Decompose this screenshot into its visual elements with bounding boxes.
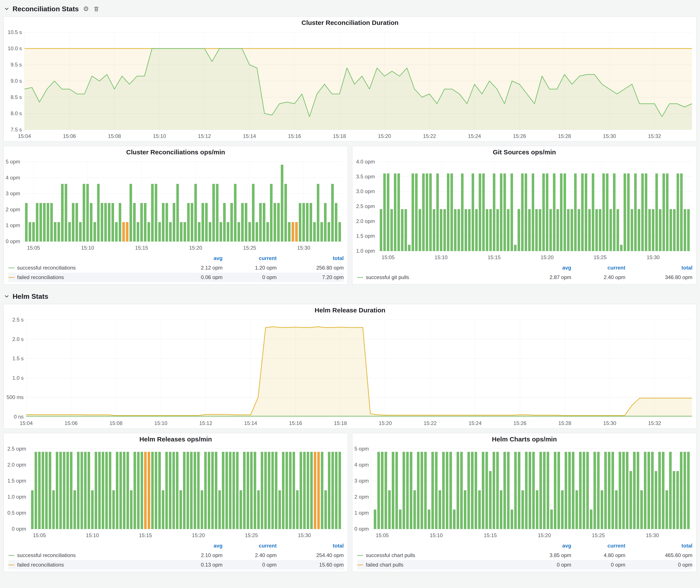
series-current: 0 opm [571, 562, 625, 568]
panel-cluster-reconciliations-opm: Cluster Reconciliations ops/min 0 opm1 o… [3, 146, 348, 284]
svg-text:15:08: 15:08 [108, 133, 121, 139]
legend-header-avg: avg [517, 543, 571, 549]
svg-text:15:24: 15:24 [468, 133, 481, 139]
helm-charts-chart[interactable]: 0 opm1 opm2 opm3 opm4 opm5 opm15:0515:10… [352, 445, 696, 541]
panel-title[interactable]: Helm Releases ops/min [4, 433, 348, 445]
helm-release-duration-chart[interactable]: 0 ns500 ms1.0 s1.5 s2.0 s2.5 s15:0415:06… [4, 316, 696, 428]
svg-text:15:20: 15:20 [192, 532, 205, 538]
series-color-dash [357, 555, 363, 556]
svg-text:15:18: 15:18 [334, 420, 347, 426]
svg-text:15:25: 15:25 [592, 532, 605, 538]
svg-text:15:25: 15:25 [243, 245, 256, 251]
legend-header: avg current total [8, 254, 344, 263]
section-title[interactable]: Reconciliation Stats [13, 5, 79, 13]
legend-row-successful-reconciliations: successful reconciliations 2.10 opm 2.40… [8, 551, 344, 560]
git-sources-chart[interactable]: 1.0 opm1.5 opm2.0 opm2.5 opm3.0 opm3.5 o… [352, 158, 696, 263]
svg-text:3.5 opm: 3.5 opm [356, 174, 375, 179]
series-label[interactable]: failed reconciliations [17, 274, 64, 280]
series-label[interactable]: successful reconciliations [17, 265, 76, 271]
svg-text:15:18: 15:18 [333, 133, 346, 139]
svg-text:15:30: 15:30 [297, 245, 310, 251]
series-avg: 0.13 opm [168, 562, 223, 568]
svg-text:15:20: 15:20 [538, 532, 551, 538]
series-color-dash [8, 565, 15, 565]
svg-text:15:04: 15:04 [20, 420, 33, 426]
panel-title[interactable]: Git Sources ops/min [352, 146, 696, 158]
series-label[interactable]: failed chart pulls [366, 562, 403, 568]
svg-text:15:32: 15:32 [648, 133, 661, 139]
svg-text:15:22: 15:22 [424, 420, 437, 426]
legend-row-failed-reconciliations: failed reconciliations 0.06 opm 0 opm 7.… [8, 273, 344, 282]
svg-text:15:12: 15:12 [198, 133, 211, 139]
series-label[interactable]: successful chart pulls [366, 552, 415, 558]
series-current: 1.20 opm [223, 265, 277, 271]
svg-text:0 opm: 0 opm [12, 526, 26, 532]
svg-text:1.0 s: 1.0 s [12, 375, 24, 381]
series-total: 15.60 opm [277, 562, 344, 568]
series-avg: 0 opm [517, 562, 571, 568]
legend-row-failed-reconciliations: failed reconciliations 0.13 opm 0 opm 15… [8, 560, 344, 570]
legend-header-current: current [571, 543, 625, 549]
panel-title[interactable]: Cluster Reconciliation Duration [4, 17, 696, 29]
series-total: 465.60 opm [625, 552, 692, 558]
svg-text:15:14: 15:14 [244, 420, 257, 426]
series-label[interactable]: successful reconciliations [17, 552, 76, 558]
legend-header-avg: avg [517, 265, 571, 271]
svg-text:15:05: 15:05 [382, 254, 395, 260]
svg-text:15:10: 15:10 [154, 420, 167, 426]
svg-text:2.5 opm: 2.5 opm [7, 446, 26, 452]
svg-text:15:30: 15:30 [298, 532, 311, 538]
series-total: 256.80 opm [277, 265, 344, 271]
svg-text:3.0 opm: 3.0 opm [356, 188, 375, 194]
svg-text:15:10: 15:10 [435, 254, 448, 260]
section-helm-stats[interactable]: Helm Stats [4, 290, 697, 303]
svg-text:7.5 s: 7.5 s [11, 127, 22, 132]
panel-title[interactable]: Helm Release Duration [4, 304, 696, 316]
cluster-reconciliations-chart[interactable]: 0 opm1 opm2 opm3 opm4 opm5 opm15:0515:10… [4, 158, 348, 253]
panel-helm-charts-opm: Helm Charts ops/min 0 opm1 opm2 opm3 opm… [352, 433, 697, 572]
dashboard: Reconciliation Stats ⚙ Cluster Reconcili… [0, 0, 700, 575]
svg-text:0 ns: 0 ns [14, 414, 24, 420]
svg-text:10.0 s: 10.0 s [8, 45, 22, 51]
panel-title[interactable]: Cluster Reconciliations ops/min [4, 146, 348, 158]
svg-text:15:30: 15:30 [647, 254, 660, 260]
series-avg: 2.12 opm [168, 265, 223, 271]
svg-text:1.5 opm: 1.5 opm [356, 233, 375, 239]
svg-text:15:06: 15:06 [65, 420, 77, 426]
svg-text:15:10: 15:10 [81, 245, 94, 251]
legend-row-successful-chart-pulls: successful chart pulls 3.85 opm 4.80 opm… [357, 551, 692, 560]
series-current: 2.40 opm [223, 552, 277, 558]
svg-text:3 opm: 3 opm [354, 478, 369, 484]
section-title[interactable]: Helm Stats [13, 292, 48, 300]
svg-text:15:20: 15:20 [541, 254, 554, 260]
svg-text:15:15: 15:15 [135, 245, 148, 251]
gear-icon[interactable]: ⚙ [83, 6, 89, 12]
svg-text:15:30: 15:30 [603, 133, 616, 139]
series-color-dash [8, 555, 15, 556]
series-label[interactable]: failed reconciliations [17, 562, 64, 568]
svg-text:15:16: 15:16 [289, 420, 302, 426]
cluster-reconciliation-duration-chart[interactable]: 7.5 s8.0 s8.5 s9.0 s9.5 s10.0 s10.5 s15:… [4, 29, 696, 141]
series-total: 7.20 opm [277, 274, 344, 280]
svg-text:1.0 opm: 1.0 opm [7, 494, 26, 500]
panel-title[interactable]: Helm Charts ops/min [352, 433, 696, 445]
legend-header: avg current total [357, 541, 692, 551]
series-label[interactable]: successful git pulls [366, 274, 409, 280]
svg-text:15:26: 15:26 [513, 420, 526, 426]
svg-text:15:30: 15:30 [603, 420, 616, 426]
legend: avg current total successful reconciliat… [4, 253, 348, 284]
svg-text:15:20: 15:20 [189, 245, 202, 251]
svg-text:2.0 opm: 2.0 opm [7, 462, 26, 468]
section-reconciliation-stats[interactable]: Reconciliation Stats ⚙ [4, 3, 697, 15]
svg-text:0.5 opm: 0.5 opm [7, 510, 26, 516]
svg-text:1 opm: 1 opm [6, 222, 20, 228]
legend: avg current total successful git pulls 2… [352, 263, 696, 284]
series-current: 0 opm [223, 562, 277, 568]
helm-releases-chart[interactable]: 0 opm0.5 opm1.0 opm1.5 opm2.0 opm2.5 opm… [4, 445, 348, 541]
legend-header-total: total [625, 265, 692, 271]
svg-text:2.0 opm: 2.0 opm [356, 218, 375, 224]
svg-text:2 opm: 2 opm [6, 207, 20, 212]
trash-icon[interactable] [93, 6, 99, 12]
legend: avg current total successful reconciliat… [4, 541, 348, 572]
series-color-dash [357, 277, 363, 278]
